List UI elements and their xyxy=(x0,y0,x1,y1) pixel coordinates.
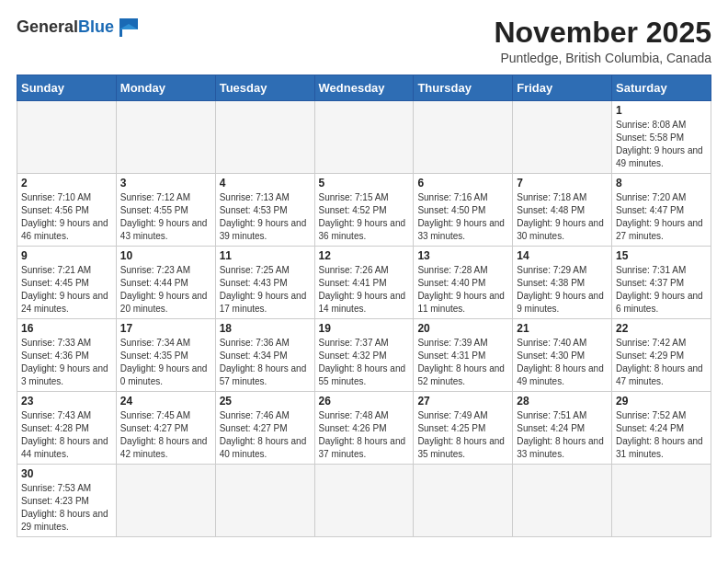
day-number: 5 xyxy=(319,177,410,190)
day-info: Sunrise: 7:15 AMSunset: 4:52 PMDaylight:… xyxy=(319,191,410,243)
calendar-day-cell xyxy=(513,465,612,537)
day-info: Sunrise: 8:08 AMSunset: 5:58 PMDaylight:… xyxy=(616,119,707,170)
header-wednesday: Wednesday xyxy=(314,75,414,101)
logo-icon xyxy=(116,17,142,37)
calendar-day-cell: 16Sunrise: 7:33 AMSunset: 4:36 PMDayligh… xyxy=(17,319,117,392)
calendar-day-cell: 10Sunrise: 7:23 AMSunset: 4:44 PMDayligh… xyxy=(116,247,215,319)
day-info: Sunrise: 7:37 AMSunset: 4:32 PMDaylight:… xyxy=(319,337,410,388)
calendar-day-cell xyxy=(116,465,215,537)
day-number: 12 xyxy=(319,249,410,262)
calendar-day-cell: 3Sunrise: 7:12 AMSunset: 4:55 PMDaylight… xyxy=(116,174,215,247)
calendar-day-cell: 29Sunrise: 7:52 AMSunset: 4:24 PMDayligh… xyxy=(612,392,711,465)
day-info: Sunrise: 7:34 AMSunset: 4:35 PMDaylight:… xyxy=(120,337,211,388)
day-number: 27 xyxy=(417,395,508,408)
header-thursday: Thursday xyxy=(414,75,513,101)
day-number: 21 xyxy=(517,322,608,335)
day-number: 9 xyxy=(21,249,112,262)
day-info: Sunrise: 7:16 AMSunset: 4:50 PMDaylight:… xyxy=(417,191,508,243)
header-saturday: Saturday xyxy=(612,75,711,101)
header-friday: Friday xyxy=(513,75,612,101)
calendar-day-cell: 13Sunrise: 7:28 AMSunset: 4:40 PMDayligh… xyxy=(414,247,513,319)
day-info: Sunrise: 7:29 AMSunset: 4:38 PMDaylight:… xyxy=(517,264,608,316)
calendar-table: Sunday Monday Tuesday Wednesday Thursday… xyxy=(17,75,711,537)
calendar-day-cell: 9Sunrise: 7:21 AMSunset: 4:45 PMDaylight… xyxy=(17,247,117,319)
day-info: Sunrise: 7:43 AMSunset: 4:28 PMDaylight:… xyxy=(21,409,112,461)
calendar-day-cell: 24Sunrise: 7:45 AMSunset: 4:27 PMDayligh… xyxy=(116,392,215,465)
day-number: 6 xyxy=(417,177,508,190)
calendar-week-row: 16Sunrise: 7:33 AMSunset: 4:36 PMDayligh… xyxy=(17,319,711,392)
calendar-day-cell xyxy=(513,101,612,174)
day-number: 4 xyxy=(220,177,311,190)
page-header: General Blue November 2025 Puntledge, Br… xyxy=(17,17,711,65)
day-info: Sunrise: 7:21 AMSunset: 4:45 PMDaylight:… xyxy=(21,264,112,316)
calendar-day-cell: 21Sunrise: 7:40 AMSunset: 4:30 PMDayligh… xyxy=(513,319,612,392)
day-info: Sunrise: 7:51 AMSunset: 4:24 PMDaylight:… xyxy=(517,409,608,461)
calendar-day-cell xyxy=(17,101,117,174)
weekday-header-row: Sunday Monday Tuesday Wednesday Thursday… xyxy=(17,75,711,101)
day-number: 15 xyxy=(616,249,707,262)
day-number: 14 xyxy=(517,249,608,262)
day-info: Sunrise: 7:12 AMSunset: 4:55 PMDaylight:… xyxy=(120,191,211,243)
day-number: 17 xyxy=(120,322,211,335)
calendar-day-cell xyxy=(414,101,513,174)
calendar-week-row: 9Sunrise: 7:21 AMSunset: 4:45 PMDaylight… xyxy=(17,247,711,319)
calendar-day-cell: 14Sunrise: 7:29 AMSunset: 4:38 PMDayligh… xyxy=(513,247,612,319)
calendar-day-cell: 7Sunrise: 7:18 AMSunset: 4:48 PMDaylight… xyxy=(513,174,612,247)
calendar-day-cell xyxy=(215,101,314,174)
calendar-day-cell: 26Sunrise: 7:48 AMSunset: 4:26 PMDayligh… xyxy=(314,392,414,465)
calendar-week-row: 1Sunrise: 8:08 AMSunset: 5:58 PMDaylight… xyxy=(17,101,711,174)
calendar-day-cell: 30Sunrise: 7:53 AMSunset: 4:23 PMDayligh… xyxy=(17,465,117,537)
calendar-day-cell: 27Sunrise: 7:49 AMSunset: 4:25 PMDayligh… xyxy=(414,392,513,465)
header-monday: Monday xyxy=(116,75,215,101)
calendar-day-cell: 20Sunrise: 7:39 AMSunset: 4:31 PMDayligh… xyxy=(414,319,513,392)
day-number: 18 xyxy=(220,322,311,335)
day-number: 13 xyxy=(417,249,508,262)
title-block: November 2025 Puntledge, British Columbi… xyxy=(494,17,711,65)
day-info: Sunrise: 7:42 AMSunset: 4:29 PMDaylight:… xyxy=(616,337,707,388)
calendar-day-cell: 6Sunrise: 7:16 AMSunset: 4:50 PMDaylight… xyxy=(414,174,513,247)
month-title: November 2025 xyxy=(494,17,711,49)
day-info: Sunrise: 7:20 AMSunset: 4:47 PMDaylight:… xyxy=(616,191,707,243)
day-info: Sunrise: 7:39 AMSunset: 4:31 PMDaylight:… xyxy=(417,337,508,388)
header-sunday: Sunday xyxy=(17,75,117,101)
logo-text: General Blue xyxy=(17,17,142,37)
day-number: 20 xyxy=(417,322,508,335)
calendar-week-row: 2Sunrise: 7:10 AMSunset: 4:56 PMDaylight… xyxy=(17,174,711,247)
day-info: Sunrise: 7:10 AMSunset: 4:56 PMDaylight:… xyxy=(21,191,112,243)
day-info: Sunrise: 7:46 AMSunset: 4:27 PMDaylight:… xyxy=(220,409,311,461)
calendar-day-cell: 17Sunrise: 7:34 AMSunset: 4:35 PMDayligh… xyxy=(116,319,215,392)
day-number: 30 xyxy=(21,467,112,480)
calendar-day-cell xyxy=(215,465,314,537)
calendar-day-cell: 25Sunrise: 7:46 AMSunset: 4:27 PMDayligh… xyxy=(215,392,314,465)
calendar-day-cell: 1Sunrise: 8:08 AMSunset: 5:58 PMDaylight… xyxy=(612,101,711,174)
logo: General Blue xyxy=(17,17,142,37)
day-info: Sunrise: 7:45 AMSunset: 4:27 PMDaylight:… xyxy=(120,409,211,461)
logo-general: General xyxy=(17,17,78,37)
day-number: 29 xyxy=(616,395,707,408)
calendar-day-cell: 12Sunrise: 7:26 AMSunset: 4:41 PMDayligh… xyxy=(314,247,414,319)
day-info: Sunrise: 7:18 AMSunset: 4:48 PMDaylight:… xyxy=(517,191,608,243)
day-info: Sunrise: 7:26 AMSunset: 4:41 PMDaylight:… xyxy=(319,264,410,316)
day-info: Sunrise: 7:52 AMSunset: 4:24 PMDaylight:… xyxy=(616,409,707,461)
day-number: 28 xyxy=(517,395,608,408)
day-info: Sunrise: 7:36 AMSunset: 4:34 PMDaylight:… xyxy=(220,337,311,388)
day-number: 25 xyxy=(220,395,311,408)
day-info: Sunrise: 7:53 AMSunset: 4:23 PMDaylight:… xyxy=(21,482,112,534)
day-info: Sunrise: 7:28 AMSunset: 4:40 PMDaylight:… xyxy=(417,264,508,316)
calendar-day-cell xyxy=(314,101,414,174)
day-number: 10 xyxy=(120,249,211,262)
calendar-week-row: 23Sunrise: 7:43 AMSunset: 4:28 PMDayligh… xyxy=(17,392,711,465)
calendar-page: General Blue November 2025 Puntledge, Br… xyxy=(0,0,728,563)
calendar-day-cell: 2Sunrise: 7:10 AMSunset: 4:56 PMDaylight… xyxy=(17,174,117,247)
day-number: 2 xyxy=(21,177,112,190)
day-number: 22 xyxy=(616,322,707,335)
day-number: 7 xyxy=(517,177,608,190)
calendar-day-cell xyxy=(612,465,711,537)
day-number: 1 xyxy=(616,104,707,117)
calendar-day-cell: 18Sunrise: 7:36 AMSunset: 4:34 PMDayligh… xyxy=(215,319,314,392)
day-info: Sunrise: 7:33 AMSunset: 4:36 PMDaylight:… xyxy=(21,337,112,388)
day-number: 11 xyxy=(220,249,311,262)
day-number: 3 xyxy=(120,177,211,190)
calendar-day-cell: 23Sunrise: 7:43 AMSunset: 4:28 PMDayligh… xyxy=(17,392,117,465)
day-number: 19 xyxy=(319,322,410,335)
